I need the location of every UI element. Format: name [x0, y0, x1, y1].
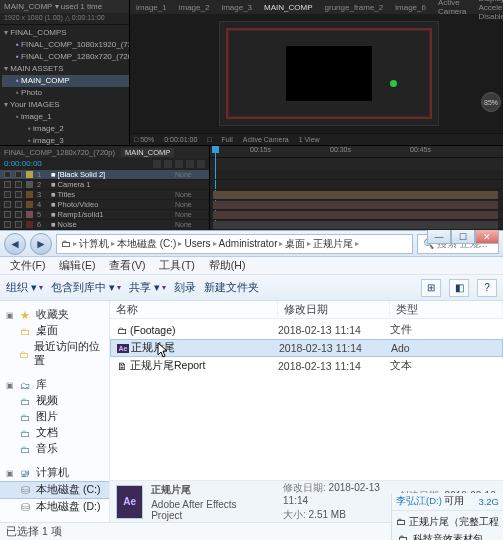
overlay-item[interactable]: 🗀科技音效素材包 [394, 530, 501, 540]
breadcrumb-item[interactable]: Users [184, 238, 210, 249]
timeline-layers[interactable]: 1■ [Black Solid 2]None2■ Camera 13■ Titl… [0, 170, 209, 230]
preview-pane-button[interactable]: ◧ [449, 279, 469, 297]
breadcrumb-item[interactable]: 桌面 [285, 237, 305, 251]
project-item[interactable]: MAIN ASSETS [2, 63, 129, 75]
viewer-footer-item[interactable]: 0:00:01:00 [164, 134, 197, 145]
viewer-tabs[interactable]: image_1image_2image_3MAIN_COMPgrunge_fra… [130, 0, 503, 14]
timeline-timecode-row: 0:00:00:00 [0, 158, 209, 170]
project-item[interactable]: MAIN_COMP [2, 75, 129, 87]
new-folder-button[interactable]: 新建文件夹 [204, 280, 259, 295]
file-row[interactable]: Ae正规片尾2018-02-13 11:14Ado [110, 339, 503, 357]
file-row[interactable]: 🗎正规片尾Report2018-02-13 11:14文本 [110, 357, 503, 375]
viewer-footer-item[interactable]: □ [207, 134, 211, 145]
mouse-cursor-icon [157, 342, 171, 358]
nav-item[interactable]: 🗀最近访问的位置 [0, 339, 109, 369]
nav-item[interactable]: ⛁本地磁盘 (D:) [0, 499, 109, 515]
viewer-tab[interactable]: image_2 [179, 3, 210, 12]
viewer-tab[interactable]: grunge_frame_2 [325, 3, 384, 12]
timeline-layer[interactable]: 1■ [Black Solid 2]None [0, 170, 209, 180]
details-thumbnail: Ae [116, 485, 143, 519]
nav-libraries-header[interactable]: ▣🗂库 [0, 377, 109, 393]
viewer-footer-item[interactable]: Active Camera [243, 134, 289, 145]
menu-item[interactable]: 编辑(E) [53, 259, 101, 273]
viewer-tab[interactable]: image_1 [136, 3, 167, 12]
folder-icon: 🗀 [396, 533, 410, 540]
menu-item[interactable]: 文件(F) [4, 259, 51, 273]
col-type[interactable]: 类型 [390, 301, 503, 318]
burn-button[interactable]: 刻录 [174, 280, 196, 295]
menu-item[interactable]: 查看(V) [103, 259, 151, 273]
project-item[interactable]: Photo [2, 87, 129, 99]
viewer-tab[interactable]: image_3 [221, 3, 252, 12]
project-item[interactable]: FINAL_COMP_1280x720_(720p) [2, 51, 129, 63]
forward-button[interactable]: ► [30, 233, 52, 255]
col-name[interactable]: 名称 [110, 301, 278, 318]
menu-bar[interactable]: 文件(F)编辑(E)查看(V)工具(T)帮助(H) [0, 257, 503, 275]
close-button[interactable]: ✕ [475, 230, 499, 244]
breadcrumb-item[interactable]: 计算机 [79, 237, 109, 251]
nav-item[interactable]: 🗀视频 [0, 393, 109, 409]
navigation-pane[interactable]: ▣★收藏夹 🗀桌面🗀最近访问的位置 ▣🗂库 🗀视频🗀图片🗀文档🗀音乐 ▣🖳计算机… [0, 301, 110, 522]
viewer-footer[interactable]: □ 50%0:00:01:00□FullActive Camera1 View [130, 133, 503, 145]
project-item[interactable]: image_1 [2, 111, 129, 123]
view-options-button[interactable]: ⊞ [421, 279, 441, 297]
timeline-layer[interactable]: 6■ NoiseNone [0, 220, 209, 230]
timeline-tracks-area[interactable]: 00:15s00:30s00:45s [210, 146, 503, 230]
project-tree[interactable]: FINAL_COMPSFINAL_COMP_1080x1920_(720p)FI… [0, 25, 129, 147]
timeline-tab[interactable]: FINAL_COMP_1280x720_(720p) [4, 148, 115, 157]
viewer-footer-item[interactable]: 1 View [299, 134, 320, 145]
breadcrumb-item[interactable]: 正规片尾 [313, 237, 353, 251]
overlay-item[interactable]: 🗀正规片尾（完整工程） [394, 513, 501, 530]
file-icon: 🗀 [114, 324, 130, 336]
address-bar[interactable]: 🗀▸计算机▸本地磁盘 (C:)▸Users▸Administrator▸桌面▸正… [56, 234, 413, 254]
viewer-tab[interactable]: MAIN_COMP [264, 3, 312, 12]
menu-item[interactable]: 帮助(H) [203, 259, 252, 273]
project-item[interactable]: FINAL_COMP_1080x1920_(720p) [2, 39, 129, 51]
composition-viewer: image_1image_2image_3MAIN_COMPgrunge_fra… [130, 0, 503, 145]
timeline-layer[interactable]: 2■ Camera 1 [0, 180, 209, 190]
timeline-tabs[interactable]: FINAL_COMP_1280x720_(720p)MAIN_COMP [0, 146, 209, 158]
viewer-canvas[interactable] [130, 14, 503, 133]
cache-badge: 85% [481, 92, 501, 112]
timeline-layer[interactable]: 4■ Photo/VideoNone [0, 200, 209, 210]
organize-button[interactable]: 组织 ▾ [6, 280, 43, 295]
nav-computer-header[interactable]: ▣🖳计算机 [0, 465, 109, 481]
nav-item[interactable]: 🗀图片 [0, 409, 109, 425]
nav-item[interactable]: ⛁本地磁盘 (C:) [0, 481, 109, 499]
file-row[interactable]: 🗀(Footage)2018-02-13 11:14文件 [110, 321, 503, 339]
timeline-layer[interactable]: 5■ Ramp1/solid1None [0, 210, 209, 220]
overlay-item-list[interactable]: 🗀正规片尾（完整工程）🗀科技音效素材包🗀百度经验🗀教师轮廓001工程🗀20180… [392, 511, 503, 540]
breadcrumb-item[interactable]: 本地磁盘 (C:) [117, 237, 176, 251]
after-effects-window: MAIN_COMP ▾ used 1 time 1920 x 1080 (1.0… [0, 0, 503, 230]
nav-item[interactable]: 🗀文档 [0, 425, 109, 441]
project-item[interactable]: image_2 [2, 123, 129, 135]
overlay-drive-header[interactable]: 李弘江(D:) 可用 3.2G [392, 493, 503, 511]
timeline-tab[interactable]: MAIN_COMP [121, 148, 174, 157]
include-in-library-button[interactable]: 包含到库中 ▾ [51, 280, 121, 295]
nav-item[interactable]: 🗀桌面 [0, 323, 109, 339]
project-item[interactable]: Your IMAGES [2, 99, 129, 111]
breadcrumb-item[interactable]: Administrator [219, 238, 278, 249]
col-date[interactable]: 修改日期 [278, 301, 390, 318]
column-headers[interactable]: 名称 修改日期 类型 [110, 301, 503, 319]
menu-item[interactable]: 工具(T) [153, 259, 200, 273]
maximize-button[interactable]: ☐ [451, 230, 475, 244]
viewer-footer-item[interactable]: □ 50% [134, 134, 154, 145]
viewer-tab[interactable]: image_6 [395, 3, 426, 12]
back-button[interactable]: ◄ [4, 233, 26, 255]
timeline-panel: FINAL_COMP_1280x720_(720p)MAIN_COMP 0:00… [0, 145, 503, 230]
timecode[interactable]: 0:00:00:00 [4, 158, 42, 170]
viewer-footer-item[interactable]: Full [222, 134, 233, 145]
minimize-button[interactable]: — [427, 230, 451, 244]
share-button[interactable]: 共享 ▾ [129, 280, 166, 295]
folder-icon: 🗀 [396, 516, 406, 527]
file-icon: 🗎 [114, 360, 130, 372]
project-item[interactable]: FINAL_COMPS [2, 27, 129, 39]
window-controls: — ☐ ✕ [427, 230, 499, 244]
nav-favorites-header[interactable]: ▣★收藏夹 [0, 307, 109, 323]
timeline-layer[interactable]: 3■ TitlesNone [0, 190, 209, 200]
help-button[interactable]: ? [477, 279, 497, 297]
file-list[interactable]: 🗀(Footage)2018-02-13 11:14文件Ae正规片尾2018-0… [110, 319, 503, 480]
nav-item[interactable]: 🗀音乐 [0, 441, 109, 457]
timeline-ruler[interactable]: 00:15s00:30s00:45s [210, 146, 503, 158]
